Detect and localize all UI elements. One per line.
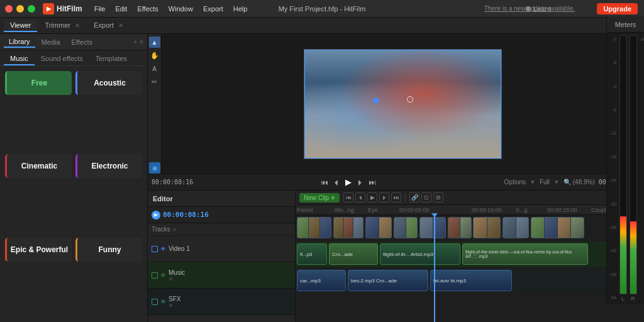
menu-help[interactable]: Help (229, 4, 252, 14)
timeline-magnet[interactable]: ⊞ (433, 192, 443, 203)
timeline-step-fwd[interactable]: ⏵ (379, 192, 389, 203)
track-name-video1: Video 1 (169, 245, 190, 252)
options-button[interactable]: Options (504, 179, 526, 186)
panel-menu-icon[interactable]: ≡ (140, 38, 143, 45)
corner-tr (498, 49, 502, 53)
clip-music-1[interactable]: fl...p3 (297, 243, 327, 265)
music-tab-music[interactable]: Music (4, 53, 35, 65)
panel-tab-library[interactable]: Library (4, 36, 35, 48)
clip-sfx-2[interactable]: bes-2.mp3 Cro...ade (348, 270, 428, 291)
upgrade-button[interactable]: Upgrade (597, 3, 638, 14)
clip-video-eye[interactable] (365, 217, 392, 238)
category-funny[interactable]: Funny (75, 238, 142, 262)
track-expand-music[interactable]: ⊕ (169, 276, 185, 282)
scale-label-4: -6 (609, 107, 617, 113)
timeline-step-back[interactable]: ⏴ (355, 192, 365, 203)
track-names-list: Tracks ≡ 👁 Video 1 👁 Music (148, 223, 295, 322)
clip-video-sg[interactable] (473, 217, 501, 238)
clip-video-4[interactable] (394, 217, 418, 238)
clip-video-forest[interactable] (297, 217, 331, 238)
viewer-bottom-bar: 00:00:08:16 ⏮ ⏴ ▶ ⏵ ⏭ Options ▼ Full ▼ 🔍… (148, 174, 644, 190)
track-visibility-sfx[interactable] (152, 299, 158, 305)
timeline-ripple[interactable]: ⊡ (421, 192, 431, 203)
zoom-mode[interactable]: Full (540, 179, 550, 186)
tab-viewer[interactable]: Viewer (4, 19, 37, 32)
track-expand-sfx[interactable]: ⊕ (169, 303, 180, 308)
menu-export[interactable]: Export (199, 4, 228, 14)
new-clip-button[interactable]: New Clip ⊕ (299, 193, 340, 203)
category-free[interactable]: Free (5, 71, 72, 95)
tool-select[interactable]: ▲ (149, 36, 160, 48)
panel-add-icon[interactable]: + (133, 38, 137, 45)
music-tab-templates[interactable]: Templates (89, 53, 133, 65)
divider (405, 193, 406, 202)
menu-window[interactable]: Window (164, 4, 197, 14)
traffic-lights (5, 5, 35, 13)
clip-video-5[interactable] (419, 217, 446, 238)
timeline-go-end[interactable]: ⏭ (391, 192, 401, 203)
menu-file[interactable]: File (90, 4, 110, 14)
clip-sfx-3[interactable]: tel-aviv bt.mp3 (430, 270, 512, 291)
preview-anchor-point[interactable] (407, 96, 413, 103)
corner-tl (304, 49, 308, 53)
tab-trimmer[interactable]: Trimmer ✕ (38, 19, 86, 32)
timeline-play[interactable]: ▶ (367, 192, 377, 203)
menu-bar: File Edit Effects Window Export Help (90, 4, 252, 14)
panel-tab-media[interactable]: Media (36, 37, 65, 47)
window-title: My First Project.hfp - HitFilm (279, 5, 366, 13)
tool-extra[interactable]: ⊕ (149, 162, 160, 174)
tab-export[interactable]: Export ✕ (87, 19, 130, 32)
category-acoustic[interactable]: Acoustic (75, 71, 142, 95)
category-cinematic[interactable]: Cinematic (5, 154, 72, 178)
minimize-button[interactable] (16, 5, 24, 13)
go-start-button[interactable]: ⏮ (319, 177, 330, 187)
close-button[interactable] (5, 5, 13, 13)
maximize-button[interactable] (28, 5, 35, 13)
track-name-sfx: SFX (169, 296, 180, 303)
preview-control-point[interactable] (374, 98, 379, 103)
clip-music-3[interactable]: flight-of-th... Artist.mp3 (380, 243, 460, 265)
clip-video-woning[interactable] (333, 217, 364, 238)
step-forward-button[interactable]: ⏵ (355, 177, 365, 187)
clip-sfx-1[interactable]: car...mp3 (297, 270, 346, 291)
tab-trimmer-close[interactable]: ✕ (75, 22, 80, 29)
ruler-mark-1: Wo...ng (335, 207, 354, 213)
clip-music-4[interactable]: flight-of-the-inner-bird----out-of-flux-… (462, 243, 588, 265)
track-visibility-music[interactable] (152, 272, 158, 279)
play-pause-button[interactable]: ▶ (343, 177, 353, 187)
scale-label-5: -12 (609, 130, 617, 136)
panel-tab-effects[interactable]: Effects (67, 37, 97, 47)
new-clip-icon: ⊕ (331, 195, 335, 201)
timeline-timecode: 00:00:08:16 (163, 211, 209, 219)
meter-bar-R (630, 35, 637, 294)
clip-video-couple[interactable] (531, 217, 584, 238)
clip-video-6[interactable] (448, 217, 472, 238)
menu-effects[interactable]: Effects (133, 4, 162, 14)
clip-music-2[interactable]: Cro...ade (329, 243, 378, 265)
track-visibility-video1[interactable] (152, 246, 158, 252)
tool-text[interactable]: A (149, 63, 160, 74)
track-eye-music[interactable]: 👁 (160, 272, 166, 279)
category-epic[interactable]: Epic & Powerful (5, 238, 72, 262)
track-eye-video1[interactable]: 👁 (160, 246, 166, 252)
scale-label-7: -24 (609, 177, 617, 183)
scale-label-1: -7 (609, 36, 617, 42)
timeline-go-start[interactable]: ⏮ (343, 192, 353, 203)
tool-pen[interactable]: ✏ (149, 76, 160, 87)
music-tab-sound-effects[interactable]: Sound effects (35, 53, 89, 65)
go-end-button[interactable]: ⏭ (367, 177, 377, 187)
menu-edit[interactable]: Edit (111, 4, 131, 14)
step-back-button[interactable]: ⏴ (331, 177, 341, 187)
app-name: HitFilm (57, 4, 82, 13)
tab-export-close[interactable]: ✕ (118, 22, 123, 29)
update-notice[interactable]: There is a new update available. (484, 5, 575, 12)
tracks-menu-icon[interactable]: ≡ (173, 226, 176, 233)
timeline-snap[interactable]: 🔗 (409, 192, 419, 203)
category-electronic[interactable]: Electronic (75, 154, 142, 178)
track-eye-sfx[interactable]: 👁 (160, 299, 166, 305)
playhead[interactable] (434, 215, 435, 322)
track-header-panel: Editor ▶ 00:00:08:16 Tracks ≡ (148, 191, 296, 322)
clip-video-8[interactable] (502, 217, 529, 238)
timeline-topbar: ▶ 00:00:08:16 (148, 207, 295, 223)
tool-hand[interactable]: ✋ (149, 50, 160, 61)
